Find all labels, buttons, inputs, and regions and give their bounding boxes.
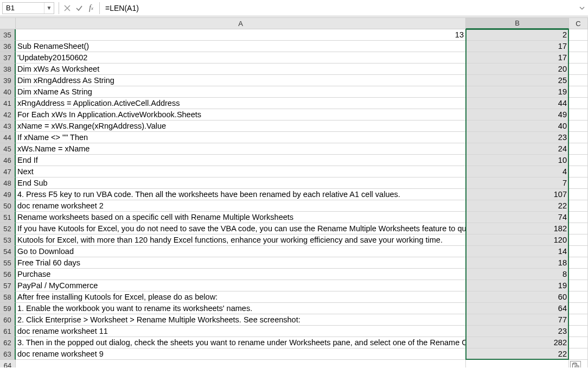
cell-C42[interactable]: [569, 109, 588, 120]
cell-A52[interactable]: If you have Kutools for Excel, you do no…: [16, 223, 466, 234]
cell-B42[interactable]: 49: [466, 109, 569, 120]
row-header[interactable]: 39: [0, 75, 16, 86]
cell-A55[interactable]: Free Trial 60 days: [16, 257, 466, 269]
cell-B59[interactable]: 64: [466, 303, 569, 314]
cell-C47[interactable]: [569, 166, 588, 177]
cell-B37[interactable]: 17: [466, 52, 569, 64]
cell-A51[interactable]: Rename worksheets based on a specific ce…: [16, 212, 466, 223]
cell-C49[interactable]: [569, 189, 588, 200]
row-header[interactable]: 54: [0, 246, 16, 257]
cell-C35[interactable]: [569, 29, 588, 41]
row-header[interactable]: 64: [0, 360, 16, 367]
cell-C63[interactable]: [569, 348, 588, 360]
row-header[interactable]: 61: [0, 326, 16, 337]
cell-A62[interactable]: 3. Then in the popped out dialog, check …: [16, 337, 466, 348]
cell-A42[interactable]: For Each xWs In Application.ActiveWorkbo…: [16, 109, 466, 120]
select-all-corner[interactable]: [0, 18, 16, 29]
cell-B46[interactable]: 10: [466, 155, 569, 166]
cell-C38[interactable]: [569, 64, 588, 75]
cell-B53[interactable]: 120: [466, 234, 569, 246]
expand-formula-bar-button[interactable]: [576, 5, 588, 11]
row-header[interactable]: 41: [0, 98, 16, 109]
cell-A48[interactable]: End Sub: [16, 177, 466, 189]
cell-B64[interactable]: [466, 360, 569, 367]
cell-A57[interactable]: PayPal / MyCommerce: [16, 280, 466, 291]
cell-C36[interactable]: [569, 41, 588, 52]
cell-B50[interactable]: 22: [466, 200, 569, 212]
cell-C45[interactable]: [569, 143, 588, 155]
cell-A59[interactable]: 1. Enable the workbook you want to renam…: [16, 303, 466, 314]
cell-B55[interactable]: 18: [466, 257, 569, 269]
cell-B48[interactable]: 7: [466, 177, 569, 189]
row-header[interactable]: 58: [0, 291, 16, 303]
name-box[interactable]: [3, 4, 44, 12]
cell-B39[interactable]: 25: [466, 75, 569, 86]
cell-B52[interactable]: 182: [466, 223, 569, 234]
cell-B51[interactable]: 74: [466, 212, 569, 223]
cell-C48[interactable]: [569, 177, 588, 189]
cell-B47[interactable]: 4: [466, 166, 569, 177]
row-header[interactable]: 50: [0, 200, 16, 212]
cell-A54[interactable]: Go to Download: [16, 246, 466, 257]
cell-A44[interactable]: If xName <> "" Then: [16, 132, 466, 143]
cell-C59[interactable]: [569, 303, 588, 314]
column-header-B[interactable]: B: [466, 18, 569, 29]
row-header[interactable]: 62: [0, 337, 16, 348]
cell-A35[interactable]: 13: [16, 29, 466, 41]
cell-A56[interactable]: Purchase: [16, 269, 466, 280]
cell-A36[interactable]: Sub RenameSheet(): [16, 41, 466, 52]
cancel-formula-button[interactable]: [61, 2, 73, 14]
row-header[interactable]: 36: [0, 41, 16, 52]
row-header[interactable]: 63: [0, 348, 16, 360]
paste-options-button[interactable]: [570, 361, 581, 367]
row-header[interactable]: 43: [0, 120, 16, 132]
column-header-C[interactable]: C: [569, 18, 588, 29]
name-box-dropdown[interactable]: ▼: [44, 3, 54, 14]
cell-C37[interactable]: [569, 52, 588, 64]
cell-C50[interactable]: [569, 200, 588, 212]
cell-B38[interactable]: 20: [466, 64, 569, 75]
cell-C58[interactable]: [569, 291, 588, 303]
row-header[interactable]: 59: [0, 303, 16, 314]
cell-C61[interactable]: [569, 326, 588, 337]
cell-B49[interactable]: 107: [466, 189, 569, 200]
cell-C51[interactable]: [569, 212, 588, 223]
row-header[interactable]: 38: [0, 64, 16, 75]
cell-A53[interactable]: Kutools for Excel, with more than 120 ha…: [16, 234, 466, 246]
row-header[interactable]: 47: [0, 166, 16, 177]
cell-C43[interactable]: [569, 120, 588, 132]
cell-B62[interactable]: 282: [466, 337, 569, 348]
cell-A45[interactable]: xWs.Name = xName: [16, 143, 466, 155]
row-header[interactable]: 42: [0, 109, 16, 120]
row-header[interactable]: 37: [0, 52, 16, 64]
cell-B36[interactable]: 17: [466, 41, 569, 52]
cell-B61[interactable]: 23: [466, 326, 569, 337]
cell-C54[interactable]: [569, 246, 588, 257]
cell-A50[interactable]: doc rename worksheet 2: [16, 200, 466, 212]
cell-B63[interactable]: 22: [466, 348, 569, 360]
row-header[interactable]: 40: [0, 86, 16, 98]
cell-B43[interactable]: 40: [466, 120, 569, 132]
row-header[interactable]: 52: [0, 223, 16, 234]
row-header[interactable]: 48: [0, 177, 16, 189]
cell-A60[interactable]: 2. Click Enterprise > Worksheet > Rename…: [16, 314, 466, 326]
cell-C56[interactable]: [569, 269, 588, 280]
cell-B58[interactable]: 60: [466, 291, 569, 303]
cell-A43[interactable]: xName = xWs.Range(xRngAddress).Value: [16, 120, 466, 132]
row-header[interactable]: 55: [0, 257, 16, 269]
cell-A58[interactable]: After free installing Kutools for Excel,…: [16, 291, 466, 303]
row-header[interactable]: 46: [0, 155, 16, 166]
row-header[interactable]: 53: [0, 234, 16, 246]
cell-C57[interactable]: [569, 280, 588, 291]
cell-B56[interactable]: 8: [466, 269, 569, 280]
row-header[interactable]: 60: [0, 314, 16, 326]
cell-B44[interactable]: 23: [466, 132, 569, 143]
row-header[interactable]: 35: [0, 29, 16, 41]
cell-B54[interactable]: 14: [466, 246, 569, 257]
cell-C60[interactable]: [569, 314, 588, 326]
formula-input[interactable]: =LEN(A1): [102, 0, 576, 16]
row-header[interactable]: 45: [0, 143, 16, 155]
cell-B35[interactable]: 2: [466, 29, 569, 41]
cell-A49[interactable]: 4. Press F5 key to run VBA code. Then al…: [16, 189, 466, 200]
insert-function-button[interactable]: fx: [85, 2, 97, 14]
